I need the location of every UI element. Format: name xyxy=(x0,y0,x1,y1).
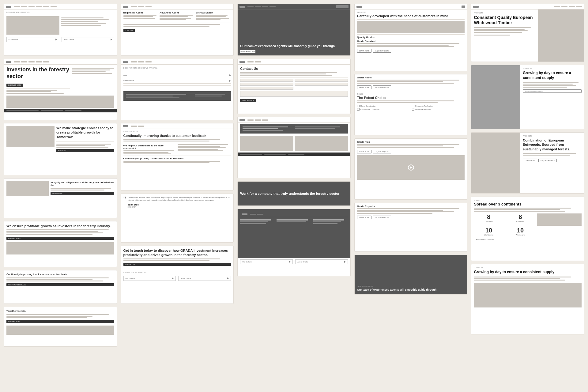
beginning-agent-label: Beginning Agent xyxy=(123,11,159,14)
page-preview-5-4: Things Spread over 3 continents 8 Countr… xyxy=(471,197,584,261)
enquire-combo-btn[interactable]: ENQUIRE A QUOTE xyxy=(538,159,557,162)
nav-item xyxy=(131,126,137,127)
quote-title: Director xyxy=(128,206,231,208)
nav-item xyxy=(14,61,20,62)
culture-btn[interactable]: Our Culture xyxy=(9,38,18,41)
nav-item xyxy=(569,6,575,7)
enquire-reporter-btn[interactable]: ENQUIRE A QUOTE xyxy=(373,216,391,219)
nav-item xyxy=(561,6,567,7)
page-preview-3-1: Our team of experienced agents will smoo… xyxy=(237,4,351,56)
send-btn[interactable]: SEND MESSAGE xyxy=(240,99,256,102)
invest-intro: Discover more on who we invest in. xyxy=(123,67,231,69)
enquire-btn[interactable]: ENQUIRE A QUOTE xyxy=(373,49,391,53)
nav-logo xyxy=(123,61,128,63)
play-button[interactable] xyxy=(408,164,414,171)
nav-logo xyxy=(356,6,362,8)
page-preview-3-2: Contact Us xyxy=(237,59,351,114)
stat3-label: Workteams xyxy=(484,234,493,236)
mills-link[interactable]: Mills xyxy=(123,73,231,78)
perfect-choice-title: The Pefect Choice xyxy=(357,96,465,100)
stat2-label: Countries xyxy=(516,221,524,222)
nav-item xyxy=(145,61,152,62)
consistent-quality-title: Consistent Quality European Whitewood Ti… xyxy=(474,15,533,25)
integrity-title: Integrity and diligence are at the very … xyxy=(51,181,114,187)
question-tag: Have a Question? xyxy=(357,285,465,287)
culture-link[interactable]: Our Culture xyxy=(126,277,135,280)
nav-item xyxy=(28,6,35,7)
together-btn[interactable]: FIND OUT MORE xyxy=(6,320,114,323)
mills-label: Mills xyxy=(123,74,127,77)
brochure-btn[interactable]: DOWNLOAD BROCHURE xyxy=(240,51,255,52)
contact-title: Contact Us xyxy=(240,66,348,71)
column-2: Beginning Agent Advanced Agent GRADA Exp… xyxy=(121,4,234,347)
arrow-icon xyxy=(229,80,231,82)
products-tag-5-3: Products xyxy=(523,135,582,137)
grada-plus-title: Grada Plus xyxy=(357,141,465,143)
page-preview-5-5: Products Growing by day to ensure a cons… xyxy=(471,264,584,334)
nav-item xyxy=(576,6,582,7)
products-title: Carefully developed with the needs of cu… xyxy=(357,14,465,18)
learn-more-plus-btn[interactable]: LEARN MORE xyxy=(357,150,371,153)
nav-item xyxy=(36,61,42,62)
nav-item xyxy=(138,126,144,127)
page-preview-4-5: Have a Question? Our team of experienced… xyxy=(354,255,468,295)
quote-author: John Doe xyxy=(128,203,231,206)
production-visit-btn-4[interactable]: ARRANGE PRODUCTION VISIT xyxy=(474,238,496,241)
learn-more-reporter-btn[interactable]: LEARN MORE xyxy=(357,216,371,219)
culture-footer-link[interactable]: Our Culture xyxy=(242,261,252,263)
nav-item xyxy=(28,61,35,62)
profitable-btn[interactable]: FIND OUT MORE xyxy=(6,237,114,240)
page-preview-3-5: Our Culture About Grada xyxy=(237,209,351,276)
strategy-title: We make strategic choices today to creat… xyxy=(56,126,114,139)
integrity-btn[interactable]: LEARN MORE xyxy=(51,192,114,195)
nav-logo xyxy=(239,119,245,121)
arrow-icon xyxy=(111,39,112,40)
enquire-prime-btn[interactable]: ENQUIRE A QUOTE xyxy=(373,85,391,89)
page-preview-3-4: Work for a company that truly understand… xyxy=(237,181,351,206)
page-preview-1-7: Together we win. FIND OUT MORE xyxy=(4,307,117,347)
about-btn[interactable]: About Grada xyxy=(64,38,74,41)
stakeholders-link[interactable]: Stakeholders xyxy=(123,78,231,83)
outdoor-label: Outdoor & Packaging xyxy=(415,105,433,107)
contact-us-btn[interactable]: CONTACT US xyxy=(123,263,231,266)
learn-more-prime-btn[interactable]: LEARN MORE xyxy=(357,85,371,89)
page-preview-2-3: Our Customers Continually improving than… xyxy=(121,123,234,190)
arrow-icon xyxy=(172,277,174,279)
stat3-num: 10 xyxy=(485,227,492,234)
arrow-icon xyxy=(289,261,291,263)
page-preview-1-1: Discover more about us. Our Culture xyxy=(4,4,117,56)
nav-item xyxy=(43,6,49,7)
improving-btn[interactable]: CUSTOMER FEEDBACK xyxy=(6,283,114,286)
general-packaging-check: General Packaging xyxy=(412,108,465,111)
growing-title: Growing by day to ensure a consistent su… xyxy=(523,71,582,80)
improving-title: Continually improving thanks to customer… xyxy=(6,273,114,276)
about-footer-link[interactable]: About Grada xyxy=(297,261,308,263)
continents-title: Spread over 3 continents xyxy=(474,202,582,207)
contact-cta-title: Get in touch today to discover how GRADA… xyxy=(123,248,231,257)
column-5: Products Consistent Quality European Whi… xyxy=(471,4,584,347)
combination-title: Combination of European Softwoods, Sourc… xyxy=(523,138,582,151)
stat4-num: 10 xyxy=(517,227,524,234)
production-visit-btn[interactable]: ARRANGE PRODUCTION VISIT xyxy=(523,89,582,93)
arrow-icon xyxy=(229,74,231,76)
enquire-plus-btn[interactable]: ENQUIRE A QUOTE xyxy=(373,150,391,153)
feedback-title: Continually improving thanks to customer… xyxy=(123,157,231,160)
discover-btn[interactable]: DISCOVER MORE xyxy=(6,84,23,87)
home-construction-check: Home Construction xyxy=(357,105,410,107)
nav-logo xyxy=(123,125,128,127)
advanced-agent-label: Advanced Agent xyxy=(160,11,195,14)
learn-more-btn[interactable]: LEARN MORE xyxy=(357,49,371,53)
investors-title: Investors in the forestry sector xyxy=(6,66,70,80)
together-title: Together we win. xyxy=(6,310,114,312)
nav-item xyxy=(131,61,137,62)
about-link[interactable]: About Grada xyxy=(180,277,191,280)
checkbox-icon xyxy=(357,105,360,107)
join-btn[interactable]: JOIN OGGI xyxy=(123,29,135,32)
strategy-btn[interactable]: STRATEGY xyxy=(56,149,114,152)
nav-logo xyxy=(239,61,245,63)
column-3: Our team of experienced agents will smoo… xyxy=(237,4,351,347)
quality-grades-title: Quality Grades xyxy=(357,36,465,39)
page-preview-2-5: Get in touch today to discover how GRADA… xyxy=(121,246,234,304)
page-preview-5-3: Products Combination of European Softwoo… xyxy=(471,132,584,194)
learn-more-combo-btn[interactable]: LEARN MORE xyxy=(523,159,537,162)
